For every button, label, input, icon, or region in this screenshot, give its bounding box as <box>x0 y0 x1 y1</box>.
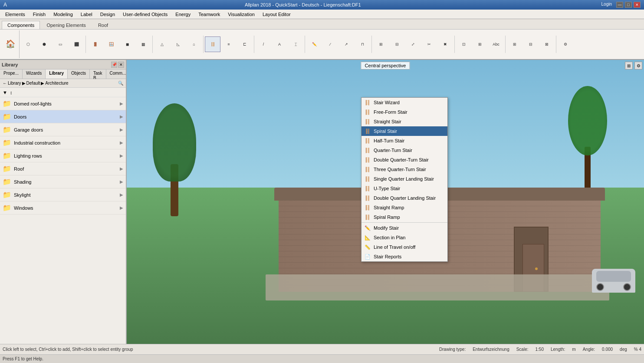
ribbon-btn-15[interactable]: / <box>256 36 271 52</box>
breadcrumb-architecture[interactable]: Architecture <box>45 81 68 86</box>
menu-visualization[interactable]: Visualization <box>224 11 258 18</box>
ribbon-btn-29[interactable]: Abc <box>488 36 504 52</box>
lib-item-doors[interactable]: 📁 Doors ▶ <box>0 110 126 123</box>
ribbon-btn-11[interactable]: ⌂ <box>186 36 202 52</box>
ribbon-btn-25[interactable]: ✂ <box>421 36 437 52</box>
dropdown-item-u-type-stair[interactable]: 🪜 U-Type Stair <box>361 184 447 193</box>
dropdown-item-single-quarter-landing-stair[interactable]: 🪜 Single Quarter Landing Stair <box>361 174 447 184</box>
ribbon-btn-14[interactable]: ⊏ <box>237 36 253 52</box>
view-settings-btn[interactable]: ⚙ <box>634 62 642 69</box>
ribbon-btn-19[interactable]: ∕ <box>322 36 338 52</box>
ribbon-btn-23[interactable]: ⊟ <box>389 36 405 52</box>
tab-properties[interactable]: Prope... <box>0 69 23 79</box>
dropdown-item-modify-stair[interactable]: ✏️ Modify Stair <box>361 223 447 233</box>
ribbon-btn-8[interactable]: ▦ <box>135 36 151 52</box>
dropdown-item-three-quarter-turn-stair[interactable]: 🪜 Three Quarter-Turn Stair <box>361 165 447 174</box>
icon-13: ≡ <box>227 42 230 46</box>
close-btn[interactable]: ✕ <box>634 2 641 8</box>
dropdown-item-stair-wizard[interactable]: 🪜 Stair Wizard <box>361 98 447 107</box>
ribbon-btn-32[interactable]: ⊠ <box>539 36 555 52</box>
lib-item-industrial[interactable]: 📁 Industrial construction ▶ <box>0 136 126 149</box>
dropdown-item-straight-stair[interactable]: 🪜 Straight Stair <box>361 117 447 126</box>
ribbon-btn-13[interactable]: ≡ <box>221 36 237 52</box>
view-expand-btn[interactable]: ⊞ <box>625 62 633 69</box>
stair-wizard-label: Stair Wizard <box>374 100 400 105</box>
dropdown-item-double-quarter-turn-stair[interactable]: 🪜 Double Quarter-Turn Stair <box>361 155 447 165</box>
ribbon-btn-21[interactable]: ⊓ <box>355 36 370 52</box>
ribbon-btn-10[interactable]: ◺ <box>170 36 186 52</box>
lib-item-skylight[interactable]: 📁 Skylight ▶ <box>0 188 126 201</box>
ribbon-btn-5[interactable]: 🚪 <box>87 36 103 52</box>
breadcrumb-library[interactable]: Library <box>8 81 21 86</box>
ribbon-btn-20[interactable]: ↗ <box>338 36 354 52</box>
ribbon-btn-31[interactable]: ⊟ <box>523 36 539 52</box>
ribbon-btn-22[interactable]: ⊞ <box>373 36 389 52</box>
dropdown-item-free-form-stair[interactable]: 🪜 Free-Form Stair <box>361 107 447 117</box>
sort-icon[interactable]: ↕ <box>10 90 13 95</box>
ribbon-btn-9[interactable]: △ <box>154 36 170 52</box>
menu-finish[interactable]: Finish <box>30 11 49 18</box>
ribbon-btn-26[interactable]: ✖ <box>437 36 453 52</box>
ribbon-btn-6[interactable]: 🪟 <box>103 36 119 52</box>
tab-opening-elements[interactable]: Opening Elements <box>41 21 92 29</box>
tree-left <box>148 95 200 216</box>
ribbon-btn-1[interactable]: ⬡ <box>20 36 36 52</box>
tab-objects[interactable]: Objects <box>68 69 90 79</box>
lib-item-garage-doors[interactable]: 📁 Garage doors ▶ <box>0 123 126 136</box>
ribbon-btn-4[interactable]: ⬛ <box>69 36 84 52</box>
ribbon-btn-home[interactable]: 🏠 <box>3 36 18 52</box>
lib-item-label-7: Skylight <box>14 192 117 198</box>
ribbon-tab-bar: Components Opening Elements Roof <box>0 19 644 30</box>
ribbon-btn-28[interactable]: ⊞ <box>472 36 488 52</box>
ribbon-btn-18[interactable]: ✏️ <box>306 36 322 52</box>
tab-roof[interactable]: Roof <box>92 21 114 29</box>
tab-wizards[interactable]: Wizards <box>23 69 46 79</box>
dropdown-item-double-quarter-landing-stair[interactable]: 🪜 Double Quarter Landing Stair <box>361 193 447 203</box>
ribbon-btn-16[interactable]: A <box>272 36 287 52</box>
lib-item-domed-roof-lights[interactable]: 📁 Domed roof-lights ▶ <box>0 97 126 110</box>
dropdown-item-spiral-stair[interactable]: 🪜 Spiral Stair <box>361 126 447 136</box>
tab-library[interactable]: Library <box>46 69 68 79</box>
ribbon-btn-17[interactable]: ⌶ <box>288 36 303 52</box>
breadcrumb-default[interactable]: Default <box>26 81 40 86</box>
dropdown-item-stair-reports[interactable]: 📄 Stair Reports <box>361 252 447 261</box>
panel-close-btn[interactable]: ✕ <box>118 62 124 68</box>
menu-layout-editor[interactable]: Layout Editor <box>259 11 294 18</box>
tab-taskb[interactable]: Task B... <box>90 69 106 79</box>
dropdown-item-quarter-turn-stair[interactable]: 🪜 Quarter-Turn Stair <box>361 145 447 155</box>
ribbon-btn-27[interactable]: ⊡ <box>456 36 472 52</box>
filter-icon[interactable]: ▼ <box>3 90 7 95</box>
ribbon-btn-3[interactable]: ▭ <box>53 36 68 52</box>
stair-btn[interactable]: 🪜 <box>205 36 220 52</box>
menu-label[interactable]: Label <box>77 11 96 18</box>
dropdown-item-section-in-plan[interactable]: 📐 Section in Plan <box>361 233 447 242</box>
status-right: Drawing type: Entwurfszeichnung Scale: 1… <box>439 347 641 352</box>
lib-item-roof[interactable]: 📁 Roof ▶ <box>0 162 126 175</box>
menu-user-defined[interactable]: User-defined Objects <box>119 11 171 18</box>
dropdown-item-line-of-travel[interactable]: 📏 Line of Travel on/off <box>361 242 447 252</box>
login-btn[interactable]: Login <box>599 2 614 8</box>
menu-design[interactable]: Design <box>97 11 118 18</box>
ribbon-btn-7[interactable]: ◼ <box>119 36 135 52</box>
ribbon-btn-30[interactable]: ⊞ <box>507 36 522 52</box>
lib-item-shading[interactable]: 📁 Shading ▶ <box>0 175 126 188</box>
back-icon[interactable]: ← <box>3 81 7 86</box>
menu-energy[interactable]: Energy <box>172 11 194 18</box>
dropdown-item-straight-ramp[interactable]: 🪜 Straight Ramp <box>361 203 447 212</box>
ribbon-btn-33[interactable]: ⚙ <box>558 36 573 52</box>
menu-teamwork[interactable]: Teamwork <box>195 11 223 18</box>
lib-item-windows[interactable]: 📁 Windows ▶ <box>0 201 126 214</box>
menu-modeling[interactable]: Modeling <box>50 11 76 18</box>
search-icon[interactable]: 🔍 <box>118 81 123 86</box>
tab-components[interactable]: Components <box>2 21 40 29</box>
menu-elements[interactable]: Elements <box>2 11 29 18</box>
ribbon-btn-2[interactable]: ⬢ <box>36 36 52 52</box>
viewport[interactable]: Central perspective ⊞ ⚙ 🪜 Stair Wizard 🪜… <box>127 60 644 344</box>
minimize-btn[interactable]: — <box>616 2 623 8</box>
lib-item-lighting[interactable]: 📁 Lighting rows ▶ <box>0 149 126 162</box>
maximize-btn[interactable]: □ <box>625 2 632 8</box>
dropdown-item-spiral-ramp[interactable]: 🪜 Spiral Ramp <box>361 212 447 222</box>
panel-pin-btn[interactable]: 📌 <box>111 62 117 68</box>
ribbon-btn-24[interactable]: ⤢ <box>405 36 421 52</box>
dropdown-item-half-turn-stair[interactable]: 🪜 Half-Turn Stair <box>361 136 447 145</box>
